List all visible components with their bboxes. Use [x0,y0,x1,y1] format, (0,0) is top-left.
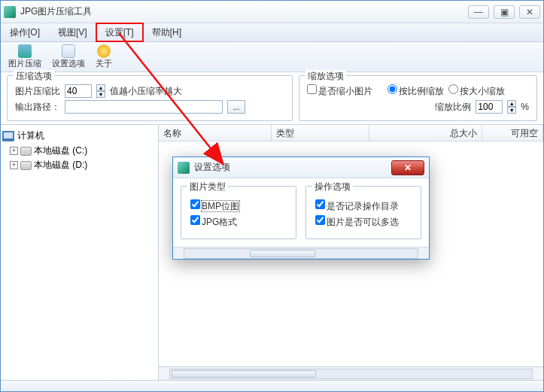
menu-operate[interactable]: 操作[O] [1,23,49,41]
compress-icon [18,44,32,58]
tool-options-label: 设置选项 [52,58,85,69]
check-bmp-box[interactable] [190,199,200,209]
scale-by-ratio[interactable]: 按比例缩放 [387,84,444,98]
group-scale: 缩放选项 是否缩小图片 按比例缩放 按大小缩放 缩放比例 ▲▼ % [299,75,537,121]
about-icon [97,44,111,58]
menu-help[interactable]: 帮助[H] [143,23,190,41]
path-label: 输出路径： [15,101,60,114]
scale-by-size[interactable]: 按大小缩放 [448,84,505,98]
spin-up-icon[interactable]: ▲ [507,100,516,107]
list-hscroll[interactable] [159,366,543,380]
hscroll-thumb[interactable] [250,250,315,257]
check-jpg[interactable]: JPG格式 [190,215,237,229]
tool-compress-label: 图片压缩 [8,58,41,69]
col-name[interactable]: 名称 [159,125,272,141]
scale-ratio-label: 缩放比例 [435,101,471,114]
group-image-type-title: 图片类型 [187,181,228,193]
ratio-spinner[interactable]: ▲▼ [96,84,105,98]
tree-node-label: 本地磁盘 (C:) [34,144,87,157]
check-record-dir[interactable]: 是否记录操作目录 [315,199,399,213]
group-op-title: 操作选项 [312,181,353,193]
scale-by-size-radio[interactable] [448,84,458,94]
scale-by-ratio-radio[interactable] [387,84,397,94]
toolbar: 图片压缩 设置选项 关于 [1,42,543,72]
scale-percent: % [521,102,529,112]
tree-pane[interactable]: 计算机 + 本地磁盘 (C:) + 本地磁盘 (D:) [1,125,159,380]
col-type[interactable]: 类型 [272,125,369,141]
computer-icon [2,131,14,141]
dialog-hscroll[interactable] [173,247,429,259]
menu-view[interactable]: 视图[V] [49,23,96,41]
options-panels: 压缩选项 图片压缩比 ▲▼ 值越小压缩率越大 输出路径： ... 缩放选项 是否… [1,72,543,124]
browse-button[interactable]: ... [227,100,245,114]
spin-down-icon[interactable]: ▼ [507,107,516,114]
dialog-close-button[interactable]: ✕ [391,160,424,175]
list-header: 名称 类型 总大小 可用空 [159,125,543,141]
scale-spinner[interactable]: ▲▼ [507,100,516,114]
tree-node-drive-c[interactable]: + 本地磁盘 (C:) [2,144,157,158]
group-image-type: 图片类型 BMP位图 JPG格式 [181,186,296,239]
settings-dialog: 设置选项 ✕ 图片类型 BMP位图 JPG格式 操作选项 是否记录操作目录 图片… [172,156,430,260]
dialog-body: 图片类型 BMP位图 JPG格式 操作选项 是否记录操作目录 图片是否可以多选 [173,178,429,247]
menubar: 操作[O] 视图[V] 设置[T] 帮助[H] [1,23,543,42]
drive-icon [20,161,32,170]
spin-down-icon[interactable]: ▼ [96,91,105,98]
titlebar: JPG图片压缩工具 — ▣ ✕ [1,1,543,23]
check-bmp[interactable]: BMP位图 [190,199,239,213]
col-total[interactable]: 总大小 [369,125,482,141]
hscroll-track[interactable] [169,369,533,379]
tool-compress[interactable]: 图片压缩 [8,44,41,69]
tool-about-label: 关于 [96,58,112,69]
group-scale-title: 缩放选项 [305,70,346,83]
tool-options[interactable]: 设置选项 [52,44,85,69]
menu-settings[interactable]: 设置[T] [96,23,143,41]
dialog-title: 设置选项 [194,161,391,174]
ratio-label: 图片压缩比 [15,85,60,98]
spin-up-icon[interactable]: ▲ [96,84,105,91]
group-compress: 压缩选项 图片压缩比 ▲▼ 值越小压缩率越大 输出路径： ... [7,75,293,121]
ratio-hint: 值越小压缩率越大 [110,85,182,98]
window-controls: — ▣ ✕ [468,5,540,19]
statusbar [1,380,543,391]
scale-enable-checkbox[interactable] [307,84,317,94]
group-compress-title: 压缩选项 [14,70,54,83]
expander-icon[interactable]: + [10,161,18,169]
check-record-dir-box[interactable] [315,199,325,209]
hscroll-thumb[interactable] [172,370,316,378]
check-multi-select[interactable]: 图片是否可以多选 [315,215,399,229]
ratio-input[interactable] [65,84,92,98]
col-free[interactable]: 可用空 [482,125,543,141]
tree-node-drive-d[interactable]: + 本地磁盘 (D:) [2,158,157,172]
maximize-button[interactable]: ▣ [494,5,515,19]
hscroll-track[interactable] [184,248,418,259]
scale-ratio-input[interactable] [476,100,503,114]
path-input[interactable] [65,100,223,114]
tree-node-label: 本地磁盘 (D:) [34,159,87,172]
group-op-options: 操作选项 是否记录操作目录 图片是否可以多选 [305,186,421,239]
dialog-titlebar[interactable]: 设置选项 ✕ [173,157,429,178]
minimize-button[interactable]: — [468,5,489,19]
close-button[interactable]: ✕ [519,5,540,19]
check-jpg-box[interactable] [190,215,200,225]
expander-icon[interactable]: + [10,147,18,155]
tool-about[interactable]: 关于 [96,44,112,69]
dialog-icon [178,162,190,174]
options-icon [62,44,75,58]
scale-enable[interactable]: 是否缩小图片 [307,84,372,98]
app-icon [4,6,16,18]
drive-icon [20,147,32,156]
window-title: JPG图片压缩工具 [20,5,468,18]
check-multi-select-box[interactable] [315,215,325,225]
tree-root-label: 计算机 [17,129,44,142]
tree-root[interactable]: 计算机 [2,128,157,144]
